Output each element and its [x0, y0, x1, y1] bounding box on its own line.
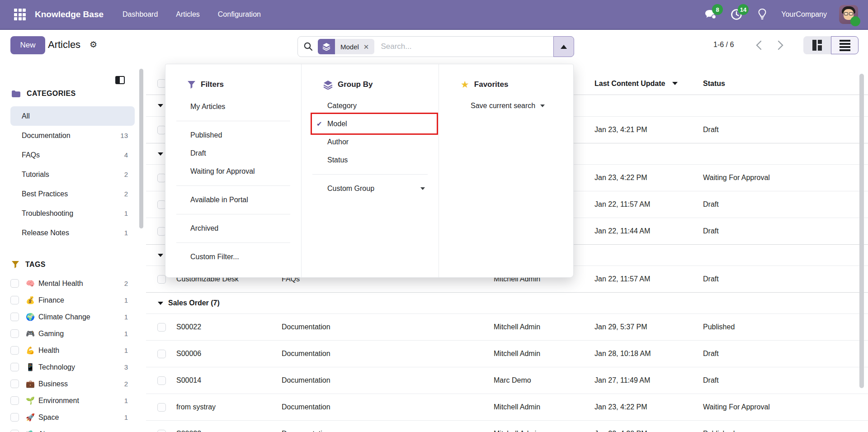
category-item-faqs[interactable]: FAQs 4 [10, 145, 135, 165]
tag-checkbox[interactable] [10, 329, 19, 338]
filter-menu-item[interactable]: Draft [165, 144, 301, 162]
filter-menu-item[interactable]: Published [165, 126, 301, 144]
tag-emoji-icon: 🌍 [26, 313, 35, 321]
article-last-update: Jan 23, 4:22 PM [594, 403, 703, 411]
column-header-status[interactable]: Status [703, 80, 868, 88]
view-switcher [803, 36, 859, 54]
row-checkbox[interactable] [157, 403, 166, 412]
category-count: 2 [124, 190, 128, 198]
group-expanded-caret-icon[interactable] [158, 104, 163, 107]
group-row[interactable]: Sales Order (7) [146, 292, 868, 313]
menu-configuration[interactable]: Configuration [218, 10, 261, 19]
sort-desc-icon [672, 82, 678, 85]
group-expanded-caret-icon[interactable] [158, 152, 163, 156]
groupby-item-status[interactable]: Status [302, 151, 439, 169]
tag-item-mental-health[interactable]: 🧠 Mental Health 2 [0, 275, 145, 292]
tag-checkbox[interactable] [10, 313, 19, 321]
tag-checkbox[interactable] [10, 413, 19, 422]
tag-checkbox[interactable] [10, 430, 19, 432]
category-item-release-notes[interactable]: Release Notes 1 [10, 223, 135, 242]
article-last-update: Jan 22, 11:57 AM [594, 275, 703, 283]
tag-item-space[interactable]: 🚀 Space 1 [0, 409, 145, 426]
insights-button[interactable] [755, 8, 769, 21]
tag-item-health[interactable]: 💪 Health 1 [0, 342, 145, 359]
pager-next-button[interactable] [773, 38, 788, 52]
article-row[interactable]: S00023 Documentation Mitchell Admin Jan … [146, 420, 868, 432]
tag-count: 3 [124, 363, 128, 371]
search-facet-model[interactable]: Model ✕ [318, 39, 374, 54]
list-view-button[interactable] [831, 36, 859, 54]
filter-menu-item[interactable]: My Articles [165, 98, 301, 116]
tags-list: 🧠 Mental Health 2 💰 Finance 1 🌍 Climate … [0, 275, 145, 432]
new-button[interactable]: New [10, 36, 45, 54]
tag-count: 2 [124, 280, 128, 287]
apps-menu-icon[interactable] [14, 9, 26, 20]
filters-column: Filters My Articles Published Draft Wait… [165, 64, 301, 277]
tag-item-ai[interactable]: 🛸 Ai 2 [0, 426, 145, 432]
row-checkbox[interactable] [157, 323, 166, 332]
groupby-item-model[interactable]: ✔ Model [302, 115, 439, 133]
facet-remove-icon[interactable]: ✕ [363, 43, 369, 50]
main-scrollbar[interactable] [859, 74, 864, 388]
row-checkbox[interactable] [157, 430, 166, 432]
sidebar-scrollbar[interactable] [139, 69, 143, 228]
menu-dashboard[interactable]: Dashboard [123, 10, 158, 19]
menu-articles[interactable]: Articles [176, 10, 199, 19]
article-row[interactable]: S00014 Documentation Marc Demo Jan 27, 1… [146, 367, 868, 394]
tag-item-finance[interactable]: 💰 Finance 1 [0, 292, 145, 309]
column-header-last-update[interactable]: Last Content Update [594, 80, 703, 88]
category-item-troubleshooting[interactable]: Troubleshooting 1 [10, 204, 135, 223]
search-input[interactable] [381, 42, 574, 51]
category-item-best-practices[interactable]: Best Practices 2 [10, 184, 135, 204]
tag-item-business[interactable]: 💼 Business 2 [0, 375, 145, 392]
category-item-all[interactable]: All [10, 106, 135, 126]
row-checkbox[interactable] [157, 376, 166, 385]
tag-item-environment[interactable]: 🌱 Environment 1 [0, 392, 145, 409]
company-switcher[interactable]: YourCompany [781, 10, 827, 19]
tag-checkbox[interactable] [10, 346, 19, 355]
tag-checkbox[interactable] [10, 396, 19, 405]
category-count: 2 [124, 171, 128, 178]
tag-count: 1 [124, 347, 128, 354]
row-checkbox[interactable] [157, 350, 166, 358]
filter-menu-item[interactable]: Archived [165, 219, 301, 237]
article-row[interactable]: from systray Documentation Mitchell Admi… [146, 394, 868, 420]
pager-previous-button[interactable] [751, 38, 766, 52]
sidebar-toggle-icon[interactable] [115, 76, 125, 84]
groupby-item-category[interactable]: Category [302, 97, 439, 115]
tag-checkbox[interactable] [10, 279, 19, 288]
tag-checkbox[interactable] [10, 296, 19, 304]
tag-checkbox[interactable] [10, 363, 19, 371]
row-checkbox[interactable] [157, 275, 166, 284]
filter-menu-item[interactable]: Custom Filter... [165, 248, 301, 266]
search-options-toggle[interactable] [553, 36, 574, 57]
tag-checkbox[interactable] [10, 380, 19, 388]
category-item-tutorials[interactable]: Tutorials 2 [10, 165, 135, 184]
user-avatar[interactable] [839, 5, 858, 24]
tag-item-technology[interactable]: 📱 Technology 3 [0, 359, 145, 375]
categories-title: CATEGORIES [27, 90, 76, 98]
save-current-search-item[interactable]: Save current search [439, 97, 573, 115]
activities-button[interactable]: 14 [730, 8, 743, 21]
kanban-view-button[interactable] [803, 36, 831, 54]
article-row[interactable]: S00022 Documentation Mitchell Admin Jan … [146, 313, 868, 340]
messages-button[interactable]: 8 [704, 8, 717, 21]
tag-item-climate-change[interactable]: 🌍 Climate Change 1 [0, 309, 145, 325]
group-expanded-caret-icon[interactable] [158, 302, 163, 305]
group-expanded-caret-icon[interactable] [158, 254, 163, 257]
article-category: Documentation [282, 403, 494, 411]
custom-group-menu-item[interactable]: Custom Group [302, 180, 439, 198]
tag-item-gaming[interactable]: 🎮 Gaming 1 [0, 325, 145, 342]
messages-badge: 8 [712, 4, 723, 15]
category-item-documentation[interactable]: Documentation 13 [10, 126, 135, 145]
article-row[interactable]: S00006 Documentation Mitchell Admin Jan … [146, 340, 868, 367]
gear-icon[interactable]: ⚙ [90, 40, 97, 49]
layers-icon [323, 80, 333, 90]
article-name: from systray [176, 403, 282, 411]
groupby-item-author[interactable]: Author [302, 133, 439, 151]
filter-menu-item[interactable]: Available in Portal [165, 191, 301, 209]
pager-value: 1-6 / 6 [713, 41, 734, 49]
app-name[interactable]: Knowledge Base [35, 9, 104, 19]
filter-menu-item[interactable]: Waiting for Approval [165, 162, 301, 180]
search-bar[interactable]: Model ✕ [297, 36, 574, 57]
